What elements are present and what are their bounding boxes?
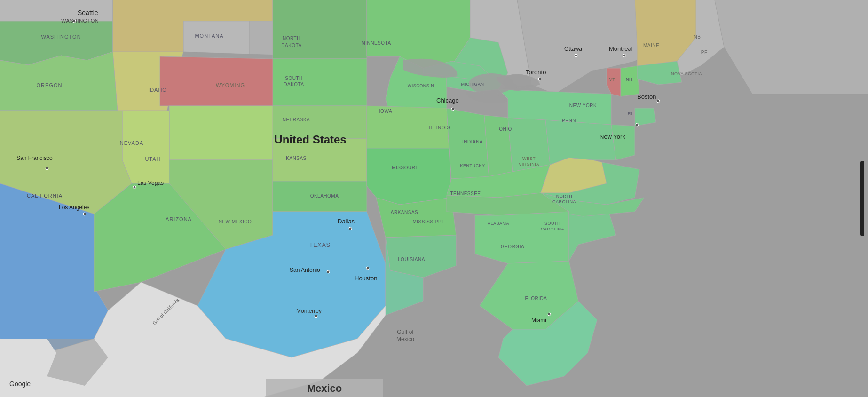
svg-point-84 [623, 54, 626, 57]
svg-text:NEW MEXICO: NEW MEXICO [219, 219, 252, 224]
map-svg[interactable]: WASHINGTON OREGON CALIFORNIA NEVADA IDAH… [0, 0, 868, 397]
svg-text:MAINE: MAINE [643, 43, 659, 48]
svg-text:CAROLINA: CAROLINA [541, 227, 564, 231]
svg-text:IOWA: IOWA [379, 109, 392, 114]
svg-text:Montreal: Montreal [609, 45, 633, 52]
svg-point-60 [46, 167, 48, 170]
svg-text:SOUTH: SOUTH [544, 221, 560, 226]
svg-text:VT: VT [609, 77, 615, 82]
svg-text:NORTH: NORTH [283, 36, 300, 41]
svg-point-72 [451, 108, 454, 111]
svg-text:Los Angeles: Los Angeles [59, 204, 89, 211]
svg-text:LOUISIANA: LOUISIANA [398, 257, 425, 262]
svg-text:Chicago: Chicago [436, 97, 459, 104]
svg-text:MONTANA: MONTANA [195, 33, 223, 39]
svg-text:DAKOTA: DAKOTA [281, 43, 301, 48]
svg-text:KENTUCKY: KENTUCKY [460, 163, 485, 168]
svg-text:Las Vegas: Las Vegas [137, 180, 164, 186]
svg-text:Miami: Miami [531, 317, 546, 324]
svg-text:NEW YORK: NEW YORK [569, 103, 597, 108]
svg-point-76 [657, 100, 660, 103]
svg-point-78 [548, 313, 551, 316]
svg-text:San Antonio: San Antonio [290, 267, 320, 273]
svg-text:Dallas: Dallas [338, 218, 355, 225]
svg-text:PE: PE [701, 50, 708, 55]
svg-text:ARKANSAS: ARKANSAS [391, 210, 418, 215]
svg-text:CAROLINA: CAROLINA [552, 199, 576, 204]
svg-point-70 [366, 267, 369, 270]
svg-text:GEORGIA: GEORGIA [501, 244, 524, 249]
svg-text:San Francisco: San Francisco [16, 155, 53, 161]
svg-point-68 [327, 270, 330, 273]
svg-text:NB: NB [694, 34, 701, 40]
svg-text:PENN: PENN [562, 118, 576, 123]
scrollbar-track[interactable] [860, 161, 864, 236]
svg-text:KANSAS: KANSAS [286, 156, 307, 161]
svg-text:NOVA SCOTIA: NOVA SCOTIA [671, 71, 702, 76]
svg-text:MINNESOTA: MINNESOTA [361, 40, 391, 46]
svg-point-66 [349, 227, 352, 230]
svg-text:ARIZONA: ARIZONA [166, 216, 192, 222]
svg-text:NORTH: NORTH [556, 194, 572, 198]
svg-text:Boston: Boston [637, 93, 656, 100]
svg-text:SOUTH: SOUTH [285, 76, 303, 81]
svg-point-80 [538, 78, 541, 80]
svg-text:ALABAMA: ALABAMA [488, 221, 509, 226]
svg-text:Gulf of: Gulf of [397, 329, 414, 335]
svg-text:WASHINGTON: WASHINGTON [61, 18, 99, 24]
svg-point-74 [636, 123, 639, 126]
svg-text:Toronto: Toronto [526, 69, 546, 76]
svg-text:WYOMING: WYOMING [216, 82, 245, 88]
svg-text:VIRGINIA: VIRGINIA [519, 162, 539, 167]
svg-text:DAKOTA: DAKOTA [284, 82, 304, 87]
svg-point-86 [315, 315, 317, 318]
svg-text:NH: NH [626, 77, 632, 82]
google-watermark: Google [9, 380, 31, 388]
svg-text:INDIANA: INDIANA [462, 139, 483, 144]
svg-text:ILLINOIS: ILLINOIS [429, 125, 450, 130]
svg-text:IDAHO: IDAHO [148, 87, 167, 93]
svg-text:Mexico: Mexico [396, 336, 414, 342]
svg-text:New York: New York [600, 133, 625, 140]
svg-text:MISSOURI: MISSOURI [392, 165, 417, 170]
svg-text:OREGON: OREGON [37, 82, 63, 88]
svg-text:FLORIDA: FLORIDA [525, 296, 547, 301]
svg-text:TENNESSEE: TENNESSEE [450, 191, 481, 196]
svg-text:NEBRASKA: NEBRASKA [283, 117, 310, 122]
svg-text:WISCONSIN: WISCONSIN [408, 83, 434, 88]
svg-text:Monterrey: Monterrey [296, 308, 322, 314]
svg-text:NEVADA: NEVADA [120, 140, 143, 146]
svg-text:OHIO: OHIO [499, 127, 512, 132]
svg-text:MISSISSIPPI: MISSISSIPPI [413, 219, 443, 224]
svg-point-82 [575, 54, 577, 57]
svg-text:United States: United States [274, 133, 346, 146]
svg-text:RI: RI [628, 111, 632, 116]
svg-text:CALIFORNIA: CALIFORNIA [27, 193, 63, 198]
svg-point-62 [83, 213, 86, 215]
svg-text:OKLAHOMA: OKLAHOMA [310, 193, 339, 198]
svg-text:TEXAS: TEXAS [309, 241, 330, 248]
svg-text:Mexico: Mexico [307, 382, 342, 394]
svg-text:Seattle: Seattle [78, 9, 98, 16]
svg-point-64 [133, 186, 136, 189]
svg-text:UTAH: UTAH [145, 156, 160, 162]
svg-text:WASHINGTON: WASHINGTON [41, 34, 81, 40]
svg-text:Ottawa: Ottawa [564, 46, 582, 52]
svg-text:WEST: WEST [522, 156, 536, 161]
svg-text:Houston: Houston [355, 275, 377, 282]
svg-text:MICHIGAN: MICHIGAN [461, 82, 484, 87]
map-container: WASHINGTON OREGON CALIFORNIA NEVADA IDAH… [0, 0, 868, 397]
